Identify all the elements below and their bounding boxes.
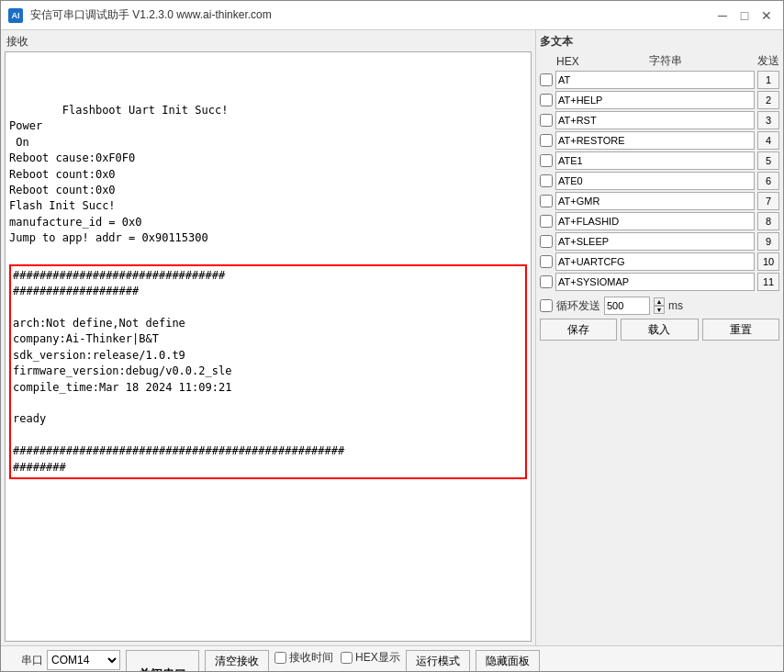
receive-content: Flashboot Uart Init Succ! Power On Reboo… xyxy=(9,87,527,642)
bottom-panel: 串口 COM14 波特率 115200 数据位 8 校验位 N xyxy=(1,645,783,672)
mt-send-btn-9[interactable]: 9 xyxy=(757,232,779,251)
red-block-text: ################################ #######… xyxy=(9,264,527,479)
normal-text: Flashboot Uart Init Succ! Power On Reboo… xyxy=(9,104,228,244)
controls-area: 串口 COM14 波特率 115200 数据位 8 校验位 N xyxy=(6,650,778,672)
char-col-label: 字符串 xyxy=(576,53,755,69)
mt-checkbox-11[interactable] xyxy=(540,275,553,288)
recv-time-checkbox[interactable] xyxy=(274,652,286,664)
mt-input-5[interactable] xyxy=(555,151,755,170)
reset-button[interactable]: 重置 xyxy=(702,319,779,341)
receive-label: 接收 xyxy=(5,34,532,50)
action-row: 保存 载入 重置 xyxy=(540,319,779,341)
mt-checkbox-2[interactable] xyxy=(540,94,553,106)
loop-spin-down[interactable]: ▼ xyxy=(654,306,665,314)
rx-options: 接收时间 HEX显示 自动换行 xyxy=(274,650,400,672)
run-mode-button[interactable]: 运行模式 xyxy=(406,650,470,672)
mt-input-9[interactable] xyxy=(555,232,755,251)
load-button[interactable]: 载入 xyxy=(621,319,698,341)
hex-col-label: HEX xyxy=(556,55,573,68)
mt-input-3[interactable] xyxy=(555,111,755,129)
main-container: 接收 Flashboot Uart Init Succ! Power On Re… xyxy=(1,30,783,645)
window-controls: ─ □ ✕ xyxy=(713,6,776,25)
mt-col-header: HEX 字符串 发送 xyxy=(540,53,779,69)
receive-textarea: Flashboot Uart Init Succ! Power On Reboo… xyxy=(5,51,532,642)
save-button[interactable]: 保存 xyxy=(540,319,617,341)
mt-input-8[interactable] xyxy=(555,212,755,230)
open-port-button[interactable]: 关闭串口 xyxy=(126,650,199,672)
mt-row-10: 10 xyxy=(540,252,779,271)
recv-time-label: 接收时间 xyxy=(274,650,333,666)
mt-row-3: 3 xyxy=(540,111,779,129)
mt-checkbox-5[interactable] xyxy=(540,154,553,167)
mt-input-11[interactable] xyxy=(555,273,755,291)
hide-panel-button[interactable]: 隐藏面板 xyxy=(476,650,540,672)
loop-checkbox[interactable] xyxy=(540,299,553,312)
loop-row: 循环发送 ▲ ▼ ms xyxy=(540,297,779,315)
loop-input[interactable] xyxy=(604,297,650,315)
mt-input-7[interactable] xyxy=(555,192,755,210)
loop-ms: ms xyxy=(668,299,683,312)
port-select[interactable]: COM14 xyxy=(47,650,120,670)
mt-send-btn-3[interactable]: 3 xyxy=(757,111,779,129)
maximize-button[interactable]: □ xyxy=(735,6,754,25)
loop-spinners: ▲ ▼ xyxy=(654,297,665,314)
receive-panel: 接收 Flashboot Uart Init Succ! Power On Re… xyxy=(1,30,535,645)
mt-input-10[interactable] xyxy=(555,252,755,271)
mt-row-8: 8 xyxy=(540,212,779,230)
rx-row1: 接收时间 HEX显示 xyxy=(274,650,400,666)
mt-row-11: 11 xyxy=(540,273,779,291)
mt-checkbox-7[interactable] xyxy=(540,195,553,207)
mt-rows-container: 1 2 3 4 5 6 7 8 xyxy=(540,71,779,293)
mt-input-1[interactable] xyxy=(555,71,755,89)
mt-row-5: 5 xyxy=(540,151,779,170)
mt-checkbox-10[interactable] xyxy=(540,255,553,268)
clear-recv-button[interactable]: 清空接收 xyxy=(205,650,269,672)
extra-col: 隐藏面板 显示历史 xyxy=(476,650,540,672)
mt-row-4: 4 xyxy=(540,131,779,150)
mt-send-btn-11[interactable]: 11 xyxy=(757,273,779,291)
mt-input-4[interactable] xyxy=(555,131,755,150)
mt-checkbox-8[interactable] xyxy=(540,215,553,228)
mt-checkbox-6[interactable] xyxy=(540,174,553,187)
port-label: 串口 xyxy=(6,653,43,668)
port-section: 串口 COM14 波特率 115200 数据位 8 校验位 N xyxy=(6,650,120,672)
mt-checkbox-4[interactable] xyxy=(540,134,553,147)
title-bar: AI 安信可串口调试助手 V1.2.3.0 www.ai-thinker.com… xyxy=(1,1,783,30)
hex-display-label: HEX显示 xyxy=(341,650,400,666)
mt-row-2: 2 xyxy=(540,91,779,109)
loop-spin-up[interactable]: ▲ xyxy=(654,297,665,306)
mode-col: 运行模式 下载模式 xyxy=(406,650,470,672)
mt-input-2[interactable] xyxy=(555,91,755,109)
mt-checkbox-9[interactable] xyxy=(540,235,553,248)
app-icon: AI xyxy=(8,8,23,23)
mt-send-btn-8[interactable]: 8 xyxy=(757,212,779,230)
mt-row-6: 6 xyxy=(540,172,779,190)
mt-row-9: 9 xyxy=(540,232,779,251)
clear-save-col: 清空接收 保存接收 xyxy=(205,650,269,672)
mt-send-btn-10[interactable]: 10 xyxy=(757,252,779,271)
mt-checkbox-3[interactable] xyxy=(540,114,553,127)
hex-display-checkbox[interactable] xyxy=(341,652,353,664)
multitext-panel: 多文本 HEX 字符串 发送 1 2 3 4 5 xyxy=(535,30,783,645)
mt-row-7: 7 xyxy=(540,192,779,210)
mt-checkbox-1[interactable] xyxy=(540,73,553,86)
loop-label: 循环发送 xyxy=(556,298,600,314)
mt-send-btn-1[interactable]: 1 xyxy=(757,71,779,89)
app-title: 安信可串口调试助手 V1.2.3.0 www.ai-thinker.com xyxy=(30,7,272,23)
mt-send-btn-2[interactable]: 2 xyxy=(757,91,779,109)
mt-send-btn-5[interactable]: 5 xyxy=(757,151,779,170)
minimize-button[interactable]: ─ xyxy=(713,6,732,25)
mt-row-1: 1 xyxy=(540,71,779,89)
close-button[interactable]: ✕ xyxy=(757,6,776,25)
mt-send-btn-7[interactable]: 7 xyxy=(757,192,779,210)
title-bar-left: AI 安信可串口调试助手 V1.2.3.0 www.ai-thinker.com xyxy=(8,7,272,23)
port-row: 串口 COM14 xyxy=(6,650,120,670)
multitext-header: 多文本 xyxy=(540,34,779,50)
send-col-label: 发送 xyxy=(757,53,779,69)
mt-input-6[interactable] xyxy=(555,172,755,190)
mt-send-btn-6[interactable]: 6 xyxy=(757,172,779,190)
multitext-title: 多文本 xyxy=(540,34,573,50)
mt-send-btn-4[interactable]: 4 xyxy=(757,131,779,150)
